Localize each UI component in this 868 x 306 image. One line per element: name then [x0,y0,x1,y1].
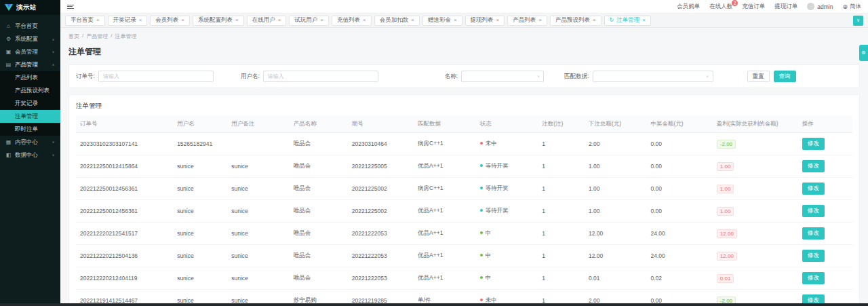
sidebar-item-label: 数据中心 [15,151,38,159]
edit-button[interactable]: 修改 [802,183,825,195]
sidebar-item-3[interactable]: ▤产品管理∧ [0,58,60,71]
quick-panel-toggle[interactable]: ⚙ [859,45,868,61]
tab-8[interactable]: 赠送彩金× [422,16,462,26]
status-cell: 等待开奖 [476,200,538,223]
profit-cell: 1.00 [713,178,798,200]
remark-cell: sunice [227,267,290,290]
tab-12[interactable]: ↻注单管理× [604,16,651,26]
table-row: 202212191412514467sunicesunice苏宁易购202212… [76,290,852,304]
win-cell: 0.00 [647,178,713,200]
close-icon[interactable]: × [496,18,500,23]
tab-2[interactable]: 会员列表× [150,16,190,26]
sidebar-item-0[interactable]: ⌂平台首页 [0,20,60,33]
close-icon[interactable]: × [363,18,366,23]
sidebar-subitem-1[interactable]: 产品预设列表 [0,84,60,97]
close-icon[interactable]: × [181,18,184,23]
tab-list: 平台首页×开奖记录×会员列表×系统配置列表×在线用户×试玩用户×充值列表×会员加… [65,16,651,26]
match-cell: 优品A++1 [414,155,476,178]
match-data-select[interactable]: ∨ [593,71,713,82]
topbar-link-3[interactable]: 提现订单 [774,3,797,11]
tab-4[interactable]: 在线用户× [247,16,287,26]
bet-cell: 0.01 [585,267,647,290]
order-no-cell: 202212250012456361 [76,178,173,200]
sidebar-item-4[interactable]: ▦内容中心∨ [0,136,60,149]
edit-button[interactable]: 修改 [802,227,825,240]
sidebar-item-5[interactable]: ◧数据中心∨ [0,149,60,161]
sidebar-item-2[interactable]: ▣会员管理∨ [0,45,60,58]
table-section-title: 注单管理 [76,102,852,111]
tab-10[interactable]: 产品列表× [507,16,547,26]
brand-logo[interactable]: 演示站 [0,0,60,15]
tab-6[interactable]: 充值列表× [332,16,372,26]
topbar-link-0[interactable]: 会员购单 [677,3,700,11]
status-label: 等待开奖 [486,185,509,191]
status-dot [480,142,483,145]
breadcrumb-item-0[interactable]: 首页 [68,33,79,40]
tab-7[interactable]: 会员加扣款× [374,16,420,26]
tab-0[interactable]: 平台首页× [65,16,105,26]
count-cell: 1 [538,290,585,304]
user-menu[interactable]: admin [807,3,833,10]
status-label: 未中 [486,297,497,303]
edit-button[interactable]: 修改 [802,294,825,303]
tab-actions-button[interactable]: ∨ [853,16,863,26]
table-row: 202212220212541517sunicesunice唯品会2022122… [76,223,852,245]
username-input[interactable] [263,71,378,82]
tab-3[interactable]: 系统配置列表× [193,16,244,26]
count-cell: 1 [538,155,585,178]
sidebar-subitem-0[interactable]: 产品列表 [0,71,60,84]
profit-badge: 1.00 [717,207,734,216]
column-header-7: 注数(注) [538,116,585,133]
app-window: 演示站 ⌂平台首页⚙系统配置∨▣会员管理∨▤产品管理∧产品列表产品预设列表开奖记… [0,0,868,303]
sidebar-subitem-3[interactable]: 注单管理 [0,110,60,123]
sidebar-item-label: 会员管理 [15,48,38,56]
sidebar-subitem-2[interactable]: 开奖记录 [0,97,60,110]
edit-button[interactable]: 修改 [802,272,825,284]
sidebar-item-label: 产品管理 [15,61,38,69]
product-cell: 苏宁易购 [290,290,348,304]
chevron-down-icon: ∨ [856,18,860,23]
sidebar-item-1[interactable]: ⚙系统配置∨ [0,33,60,45]
home-icon: ⌂ [5,23,12,29]
close-icon[interactable]: × [320,18,323,23]
topbar-link-2[interactable]: 充值订单 [742,3,765,11]
close-icon[interactable]: × [235,18,239,23]
sidebar-subitem-4[interactable]: 即时注单 [0,123,60,136]
sidebar-item-label: 系统配置 [15,35,38,43]
content-area: 首页/产品管理/注单管理 注单管理 订单号: 用户名: 名称: ∨ [60,28,868,303]
close-icon[interactable]: × [642,18,646,23]
edit-button[interactable]: 修改 [802,138,825,150]
sidebar-subitem-label: 开奖记录 [15,100,38,108]
status-label: 中 [486,274,492,281]
status-dot [480,276,483,279]
breadcrumb-item-1[interactable]: 产品管理 [86,33,108,40]
menu-toggle-icon[interactable] [67,5,74,9]
close-icon[interactable]: × [538,18,542,23]
tab-label: 充值列表 [337,16,360,24]
language-switcher[interactable]: ⊕ 简体 [842,3,861,11]
tab-1[interactable]: 开奖记录× [108,16,148,26]
edit-button[interactable]: 修改 [802,160,825,172]
brand-logo-icon [5,4,13,11]
order-no-input[interactable] [98,71,214,82]
close-icon[interactable]: × [454,18,457,23]
search-button[interactable]: 查询 [774,71,796,82]
status-label: 未中 [486,140,497,147]
tab-label: 开奖记录 [113,16,136,24]
close-icon[interactable]: × [278,18,281,23]
chevron-down-icon: ∨ [537,75,540,79]
close-icon[interactable]: × [96,18,100,23]
tab-5[interactable]: 试玩用户× [289,16,329,26]
edit-button[interactable]: 修改 [802,205,825,217]
filter-username: 用户名: [241,71,378,82]
name-select[interactable]: ∨ [461,71,544,82]
reset-button[interactable]: 重置 [747,71,770,82]
close-icon[interactable]: × [139,18,142,23]
close-icon[interactable]: × [593,18,596,23]
close-icon[interactable]: × [411,18,414,23]
edit-button[interactable]: 修改 [802,250,825,262]
topbar-link-1[interactable]: 在线人数2 [709,3,732,11]
tab-11[interactable]: 产品预设列表× [550,16,601,26]
username-cell: sunice [173,155,227,178]
tab-9[interactable]: 提现列表× [465,16,505,26]
